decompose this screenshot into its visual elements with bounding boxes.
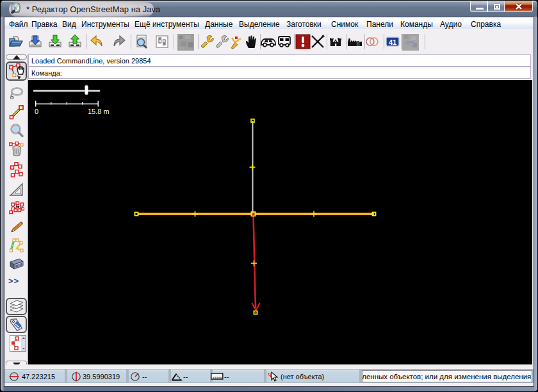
svg-text:15.8 m: 15.8 m [88,108,110,115]
svg-text:41: 41 [389,38,396,46]
svg-text:0: 0 [35,108,38,115]
